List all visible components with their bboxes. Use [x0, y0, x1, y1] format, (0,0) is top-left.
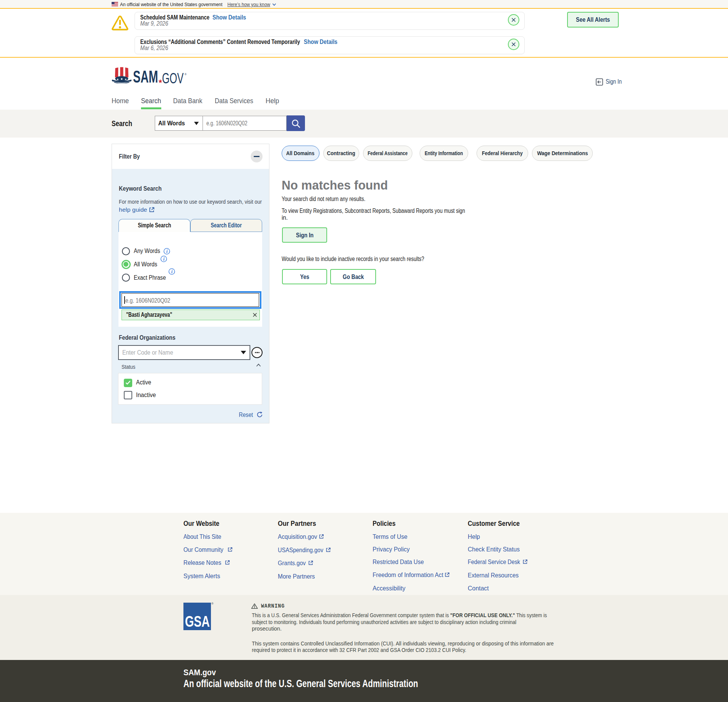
svg-text:i: i — [171, 269, 173, 274]
svg-text:i: i — [166, 249, 168, 253]
svg-text:i: i — [163, 257, 165, 261]
